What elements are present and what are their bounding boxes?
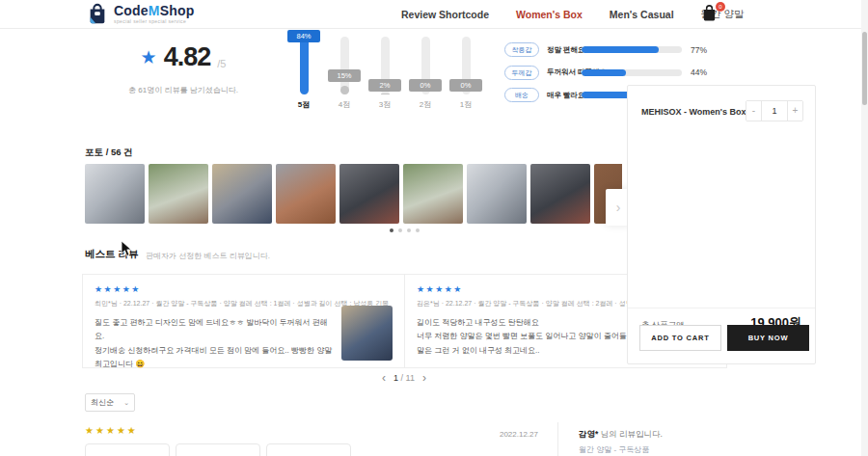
rating-bar-label: 1점 [446, 99, 486, 110]
review-pagination: ‹ 1 / 11 › [382, 372, 426, 384]
review-stars: ★★★★★ [85, 425, 138, 436]
product-name: MEHISOX - Women's Box [641, 107, 746, 117]
carousel-dot[interactable] [390, 228, 393, 232]
logo[interactable]: CodeMShop special seller special service [87, 3, 194, 25]
review-author-suffix: 님의 리뷰입니다. [598, 429, 663, 439]
pagination-prev-button[interactable]: ‹ [382, 372, 386, 384]
rating-bar-column: 84%5점 [284, 29, 324, 111]
rating-bar-column: 0%2점 [405, 29, 446, 111]
attribute-percent: 77% [691, 45, 707, 55]
star-icon: ★ [141, 46, 157, 68]
photo-thumbnail[interactable] [339, 164, 399, 224]
best-review-card: ★★★★★최민*님 · 22.12.27 · 월간 양말 - 구독상품 · 양말… [82, 274, 405, 368]
shop-bag-logo-icon [87, 3, 108, 25]
best-review-title: 베스트 리뷰 [85, 248, 138, 261]
attribute-row: 두께감두꺼워서 따뜻해요.44% [504, 62, 767, 85]
review-photo-thumbnail[interactable] [341, 306, 393, 361]
rating-bar-badge: 15% [328, 69, 361, 82]
cart-button[interactable]: 0 [701, 5, 720, 24]
review-author: 감영* [579, 429, 598, 439]
rating-bar-fill [340, 86, 349, 94]
rating-bar-fill [381, 94, 390, 94]
product-order-panel: MEHISOX - Women's Box - 1 + 총 상품금액 19,90… [627, 85, 816, 364]
sort-dropdown[interactable]: 최신순 ⌄ [85, 393, 135, 412]
review-product-link[interactable]: 월간 양말 - 구독상품 [579, 444, 649, 455]
nav-item[interactable]: Women's Box [516, 9, 583, 20]
review-attribute-box [176, 443, 260, 456]
attribute-row: 착용감정말 편해요.77% [504, 39, 767, 62]
rating-bar-track [340, 37, 349, 94]
photo-thumbnail[interactable] [212, 164, 272, 224]
photo-thumbnail[interactable] [149, 164, 208, 224]
photo-thumbnail[interactable] [403, 164, 463, 224]
review-attribute-box [266, 443, 351, 456]
logo-m: M [149, 3, 160, 18]
attribute-percent: 44% [691, 67, 707, 77]
chevron-right-icon: › [616, 200, 621, 215]
rating-bar-fill [300, 37, 309, 94]
review-attribute-box [85, 443, 170, 456]
rating-out-of: /5 [217, 58, 226, 69]
divider [628, 308, 815, 308]
rating-bar-column: 2%3점 [365, 29, 405, 111]
average-rating: 4.82 [164, 42, 211, 72]
attribute-progress-bar [582, 46, 682, 53]
carousel-dot[interactable] [407, 228, 411, 232]
rating-summary: ★ 4.82 /5 총 61명이 리뷰를 남기셨습니다. [106, 42, 260, 95]
main-nav: Review ShortcodeWomen's BoxMen's Casual월… [401, 0, 744, 29]
photo-thumbnail[interactable] [276, 164, 336, 224]
quantity-plus-button[interactable]: + [788, 101, 802, 121]
rating-bar-label: 4점 [324, 99, 365, 110]
review-text-line: 질도 좋고 편하고 디자인도 맘에 드네요ㅎㅎ 발바닥이 두꺼워서 편해요. [95, 316, 336, 344]
quantity-minus-button[interactable]: - [746, 101, 761, 121]
chevron-down-icon: ⌄ [123, 399, 129, 407]
attribute-badge: 두께감 [504, 66, 539, 80]
scrollbar-thumb[interactable] [862, 32, 867, 105]
review-text-line: 정기배송 신청하려구요 가격대비 모든 점이 맘에 들어요.. 빵빵한 양말 최… [95, 344, 336, 372]
pagination-total: 11 [406, 373, 415, 383]
attribute-progress-fill [582, 46, 659, 53]
header: CodeMShop special seller special service… [0, 0, 861, 29]
carousel-dot[interactable] [416, 228, 420, 232]
rating-bar-label: 3점 [365, 99, 405, 110]
rating-bar-column: 15%4점 [324, 29, 365, 111]
best-review-subtitle: 판매자가 선정한 베스트 리뷰입니다. [146, 251, 270, 261]
photo-thumbnail[interactable] [85, 164, 145, 224]
review-count-caption: 총 61명이 리뷰를 남기셨습니다. [106, 85, 260, 95]
rating-bar-badge: 0% [449, 79, 482, 92]
rating-bar-label: 5점 [284, 99, 324, 110]
attribute-progress-bar [582, 69, 682, 76]
review-date: 2022.12.27 [461, 430, 538, 439]
cart-count-badge: 0 [716, 2, 725, 12]
pagination-separator: / [401, 373, 404, 383]
review-attribute-boxes [85, 443, 351, 456]
divider [557, 422, 558, 456]
rating-bar-label: 2점 [405, 99, 446, 110]
photo-section-title: 포토 / 56 건 [85, 147, 133, 159]
rating-bar-column: 0%1점 [446, 29, 486, 111]
sort-value: 최신순 [91, 397, 114, 408]
attribute-badge: 배송 [504, 88, 539, 102]
nav-item[interactable]: Men's Casual [610, 9, 674, 20]
review-author-line: 감영* 님의 리뷰입니다. [579, 429, 663, 441]
photo-thumbnail[interactable] [467, 164, 527, 224]
review-stars: ★★★★★ [95, 284, 393, 294]
logo-shop: Shop [160, 3, 195, 18]
page: CodeMShop special seller special service… [0, 0, 868, 456]
nav-item[interactable]: Review Shortcode [401, 9, 489, 20]
scrollbar[interactable] [861, 0, 868, 456]
rating-bar-track [300, 37, 309, 94]
rating-distribution-chart: 84%5점15%4점2%3점0%2점0%1점 [284, 29, 488, 111]
rating-bar-badge: 0% [409, 79, 442, 92]
carousel-dot[interactable] [398, 228, 402, 232]
attribute-progress-fill [582, 69, 626, 76]
logo-code: Code [114, 3, 149, 18]
pagination-next-button[interactable]: › [422, 372, 426, 384]
add-to-cart-button[interactable]: ADD TO CART [639, 325, 721, 351]
quantity-stepper: - 1 + [746, 100, 803, 121]
quantity-value[interactable]: 1 [761, 101, 788, 121]
buy-now-button[interactable]: BUY NOW [727, 325, 809, 351]
review-text: 질도 좋고 편하고 디자인도 맘에 드네요ㅎㅎ 발바닥이 두꺼워서 편해요.정기… [95, 316, 336, 372]
photo-thumbnail[interactable] [530, 164, 590, 224]
logo-text: CodeMShop special seller special service [114, 4, 194, 24]
